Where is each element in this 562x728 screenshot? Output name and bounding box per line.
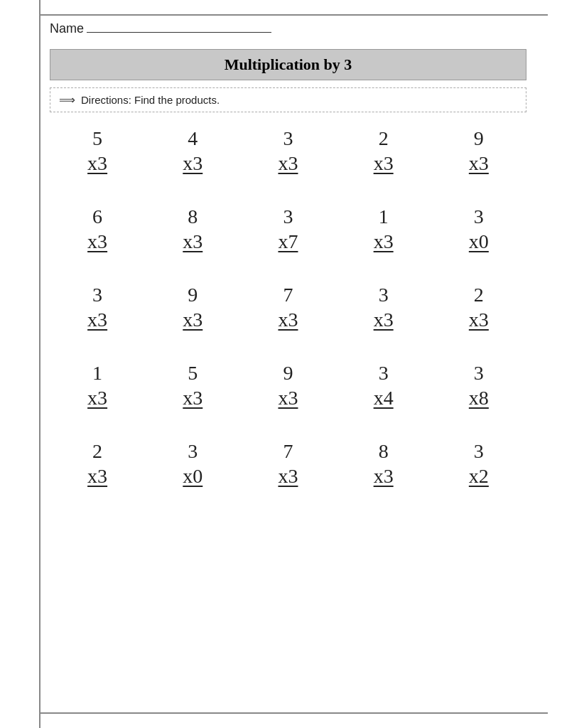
top-number: 3 bbox=[379, 361, 389, 385]
bottom-number: x7 bbox=[278, 229, 298, 255]
bottom-number: x3 bbox=[183, 229, 202, 255]
top-number: 6 bbox=[92, 205, 102, 229]
problems-row-3: 3x39x37x33x32x3 bbox=[50, 283, 526, 333]
bottom-number: x3 bbox=[278, 307, 298, 333]
problem-1-1: 5x3 bbox=[62, 127, 133, 176]
top-number: 3 bbox=[188, 439, 198, 464]
name-line: Name bbox=[50, 21, 526, 36]
top-number: 2 bbox=[474, 283, 484, 307]
bottom-number: x3 bbox=[278, 464, 298, 489]
name-underline bbox=[87, 32, 271, 33]
bottom-number: x3 bbox=[374, 229, 394, 255]
top-number: 7 bbox=[283, 283, 293, 307]
bottom-number: x3 bbox=[87, 464, 107, 489]
worksheet-title: Multiplication by 3 bbox=[50, 49, 526, 80]
bottom-number: x3 bbox=[469, 307, 489, 333]
top-number: 2 bbox=[379, 127, 389, 151]
bottom-number: x4 bbox=[374, 385, 394, 411]
problem-1-5: 9x3 bbox=[443, 127, 514, 176]
top-border bbox=[39, 14, 548, 16]
problem-4-1: 1x3 bbox=[62, 361, 133, 411]
problems-row-4: 1x35x39x33x43x8 bbox=[50, 361, 526, 411]
top-number: 1 bbox=[92, 361, 102, 385]
top-number: 4 bbox=[188, 127, 198, 151]
top-number: 3 bbox=[379, 283, 389, 307]
top-number: 5 bbox=[92, 127, 102, 151]
problem-2-1: 6x3 bbox=[62, 205, 133, 255]
bottom-number: x3 bbox=[374, 151, 394, 176]
bottom-number: x3 bbox=[278, 151, 298, 176]
directions-box: ⟹ Directions: Find the products. bbox=[50, 87, 526, 112]
problem-2-5: 3x0 bbox=[443, 205, 514, 255]
bottom-number: x3 bbox=[87, 151, 107, 176]
bottom-number: x3 bbox=[374, 307, 394, 333]
bottom-border bbox=[39, 712, 548, 714]
bottom-number: x3 bbox=[183, 151, 202, 176]
problem-3-5: 2x3 bbox=[443, 283, 514, 333]
problem-3-2: 9x3 bbox=[157, 283, 228, 333]
problem-3-1: 3x3 bbox=[62, 283, 133, 333]
problem-5-5: 3x2 bbox=[443, 439, 514, 489]
problem-5-1: 2x3 bbox=[62, 439, 133, 489]
problem-4-3: 9x3 bbox=[252, 361, 323, 411]
bottom-number: x3 bbox=[278, 385, 298, 411]
top-number: 1 bbox=[379, 205, 389, 229]
top-number: 3 bbox=[474, 361, 484, 385]
bottom-number: x3 bbox=[87, 307, 107, 333]
top-number: 3 bbox=[92, 283, 102, 307]
problem-3-3: 7x3 bbox=[252, 283, 323, 333]
top-number: 3 bbox=[474, 205, 484, 229]
bottom-number: x0 bbox=[183, 464, 202, 489]
problem-1-3: 3x3 bbox=[252, 127, 323, 176]
top-number: 7 bbox=[283, 439, 293, 464]
bottom-number: x3 bbox=[183, 307, 202, 333]
top-number: 8 bbox=[188, 205, 198, 229]
problems-row-1: 5x34x33x32x39x3 bbox=[50, 127, 526, 176]
problem-4-2: 5x3 bbox=[157, 361, 228, 411]
bottom-number: x3 bbox=[87, 385, 107, 411]
name-label: Name bbox=[50, 21, 84, 36]
problem-4-5: 3x8 bbox=[443, 361, 514, 411]
directions-text: Directions: Find the products. bbox=[81, 94, 220, 106]
problem-2-3: 3x7 bbox=[252, 205, 323, 255]
top-number: 9 bbox=[188, 283, 198, 307]
bottom-number: x3 bbox=[87, 229, 107, 255]
problem-3-4: 3x3 bbox=[348, 283, 419, 333]
top-number: 2 bbox=[92, 439, 102, 464]
bottom-number: x3 bbox=[183, 385, 202, 411]
top-number: 9 bbox=[283, 361, 293, 385]
bottom-number: x3 bbox=[374, 464, 394, 489]
bottom-number: x0 bbox=[469, 229, 489, 255]
problem-5-2: 3x0 bbox=[157, 439, 228, 489]
problem-5-3: 7x3 bbox=[252, 439, 323, 489]
bottom-number: x2 bbox=[469, 464, 489, 489]
worksheet-page: Name Multiplication by 3 ⟹ Directions: F… bbox=[0, 0, 562, 728]
top-number: 5 bbox=[188, 361, 198, 385]
bottom-number: x8 bbox=[469, 385, 489, 411]
left-border bbox=[39, 0, 40, 728]
top-number: 3 bbox=[283, 127, 293, 151]
top-number: 9 bbox=[474, 127, 484, 151]
problems-row-2: 6x38x33x71x33x0 bbox=[50, 205, 526, 255]
problems-grid: 5x34x33x32x39x36x38x33x71x33x03x39x37x33… bbox=[50, 127, 526, 518]
bottom-number: x3 bbox=[469, 151, 489, 176]
problem-1-2: 4x3 bbox=[157, 127, 228, 176]
problem-2-2: 8x3 bbox=[157, 205, 228, 255]
top-number: 3 bbox=[474, 439, 484, 464]
problem-1-4: 2x3 bbox=[348, 127, 419, 176]
problem-5-4: 8x3 bbox=[348, 439, 419, 489]
directions-arrow-icon: ⟹ bbox=[59, 93, 75, 107]
top-number: 8 bbox=[379, 439, 389, 464]
problem-4-4: 3x4 bbox=[348, 361, 419, 411]
problem-2-4: 1x3 bbox=[348, 205, 419, 255]
top-number: 3 bbox=[283, 205, 293, 229]
problems-row-5: 2x33x07x38x33x2 bbox=[50, 439, 526, 489]
